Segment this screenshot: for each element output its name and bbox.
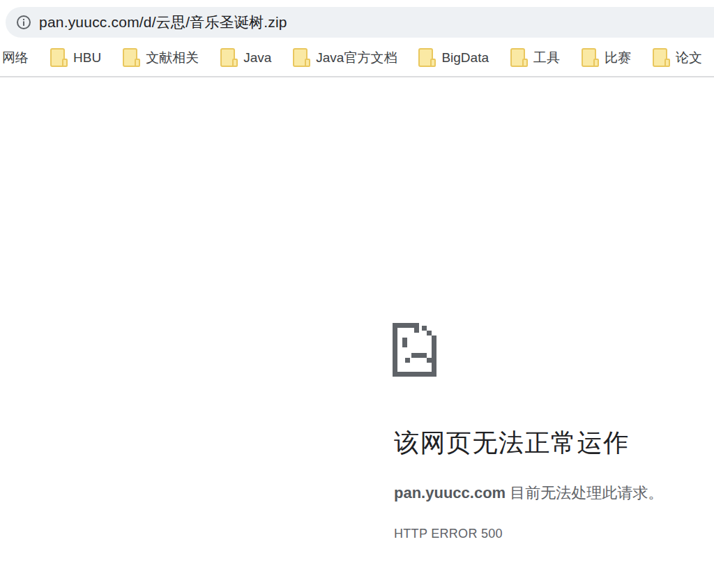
- bookmark-label: 比赛: [605, 49, 631, 67]
- folder-icon: [418, 48, 433, 67]
- bookmarks-bar: 网络HBU文献相关JavaJava官方文档BigData工具比赛论文: [0, 39, 714, 77]
- bookmark-label: BigData: [441, 50, 489, 66]
- bookmark-label: 工具: [533, 49, 560, 67]
- folder-icon: [293, 48, 307, 67]
- error-message-text: 目前无法处理此请求。: [506, 484, 663, 502]
- bookmark-item[interactable]: 论文: [653, 48, 702, 67]
- error-page: 该网页无法正常运作 pan.yuucc.com 目前无法处理此请求。 HTTP …: [394, 323, 701, 588]
- browser-toolbar: pan.yuucc.com/d/云思/音乐圣诞树.zip: [0, 0, 714, 39]
- url-text: pan.yuucc.com/d/云思/音乐圣诞树.zip: [39, 13, 287, 32]
- folder-icon: [50, 48, 65, 67]
- bookmark-label: 论文: [676, 49, 702, 67]
- address-bar[interactable]: pan.yuucc.com/d/云思/音乐圣诞树.zip: [6, 7, 714, 38]
- folder-icon: [653, 48, 667, 67]
- bookmark-label: 网络: [2, 49, 29, 67]
- bookmark-item[interactable]: 网络: [2, 49, 29, 67]
- bookmark-label: 文献相关: [146, 49, 199, 67]
- folder-icon: [582, 48, 596, 67]
- error-title: 该网页无法正常运作: [394, 426, 630, 460]
- folder-icon: [510, 48, 525, 67]
- bookmark-item[interactable]: 比赛: [582, 48, 631, 67]
- bookmark-item[interactable]: 工具: [510, 48, 560, 67]
- bookmark-item[interactable]: 文献相关: [123, 48, 199, 67]
- folder-icon: [220, 48, 235, 67]
- bookmark-label: HBU: [73, 50, 101, 66]
- page-content: 该网页无法正常运作 pan.yuucc.com 目前无法处理此请求。 HTTP …: [0, 79, 714, 588]
- bookmark-label: Java官方文档: [316, 49, 397, 67]
- error-host: pan.yuucc.com: [394, 484, 506, 502]
- folder-icon: [123, 48, 137, 67]
- bookmark-label: Java: [243, 50, 271, 66]
- error-code: HTTP ERROR 500: [394, 527, 503, 541]
- info-icon[interactable]: [16, 15, 31, 30]
- bookmark-item[interactable]: Java官方文档: [293, 48, 397, 67]
- bookmark-item[interactable]: BigData: [418, 48, 489, 67]
- bookmark-item[interactable]: HBU: [50, 48, 101, 67]
- sad-file-icon: [393, 323, 436, 377]
- bookmark-item[interactable]: Java: [220, 48, 271, 67]
- error-message: pan.yuucc.com 目前无法处理此请求。: [394, 483, 663, 504]
